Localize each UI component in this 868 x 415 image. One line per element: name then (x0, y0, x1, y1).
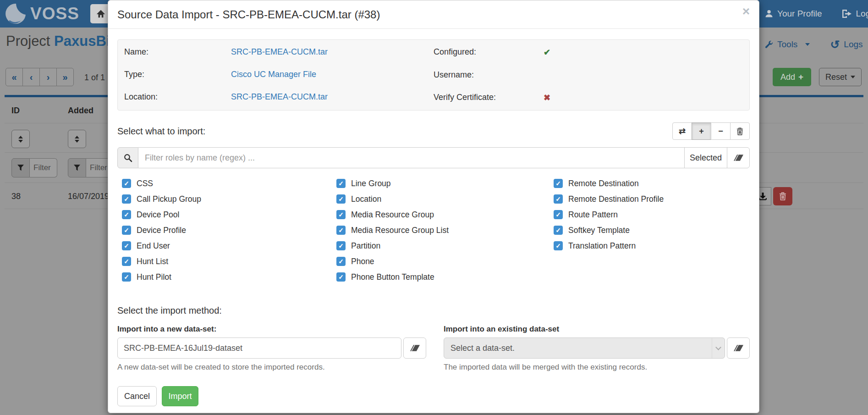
clear-selection-button[interactable] (730, 122, 750, 140)
checkbox-checked-icon[interactable] (122, 272, 131, 282)
selection-toolbar: ⇄ + − (672, 122, 750, 140)
filter-funnel-icon[interactable] (68, 158, 86, 177)
info-row-type: Type: Cisco UC Manager File (124, 70, 434, 79)
checkbox-checked-icon[interactable] (336, 226, 346, 235)
tools-menu[interactable]: Tools (764, 39, 810, 50)
checkbox-checked-icon[interactable] (336, 179, 346, 188)
close-icon[interactable]: × (742, 5, 750, 18)
type-value-link[interactable]: Cisco UC Manager File (231, 70, 316, 79)
logout-link[interactable]: Logout (841, 9, 868, 19)
checkbox-checked-icon[interactable] (122, 194, 131, 204)
your-profile-label: Your Profile (777, 9, 822, 19)
checkbox-checked-icon[interactable] (554, 226, 563, 235)
role-label: Phone (351, 257, 374, 266)
checkbox-checked-icon[interactable] (122, 241, 131, 250)
import-button[interactable]: Import (162, 386, 198, 406)
id-filter-input[interactable] (30, 158, 57, 177)
location-value-link[interactable]: SRC-PB-EMEA-CUCM.tar (231, 92, 328, 101)
role-checkbox-item[interactable]: Remote Destination Profile (554, 194, 664, 204)
role-checkbox-item[interactable]: Location (336, 194, 554, 204)
page-last-button[interactable]: » (56, 68, 74, 86)
info-row-location: Location: SRC-PB-EMEA-CUCM.tar (124, 92, 434, 102)
checkbox-checked-icon[interactable] (122, 226, 131, 235)
role-checkbox-item[interactable]: Line Group (336, 179, 554, 188)
role-checkbox-item[interactable]: CSS (122, 179, 336, 188)
checkbox-checked-icon[interactable] (554, 179, 563, 188)
reset-button[interactable]: Reset (819, 68, 862, 86)
row-added-cell: 16/07/2019 (68, 192, 109, 201)
clear-new-dataset-button[interactable] (403, 338, 426, 359)
delete-row-button[interactable] (773, 187, 792, 205)
role-label: Hunt List (137, 257, 168, 266)
role-column-2: Line Group Location Media Resource Group… (336, 179, 554, 282)
modal-title: Source Data Import - SRC-PB-EMEA-CUCM.ta… (117, 8, 750, 22)
checkbox-checked-icon[interactable] (122, 257, 131, 266)
clear-filter-button[interactable] (727, 147, 750, 168)
role-column-3: Remote Destination Remote Destination Pr… (554, 179, 664, 282)
page-prev-button[interactable]: ‹ (22, 68, 40, 86)
role-checkbox-item[interactable]: Phone Button Template (336, 272, 554, 282)
sort-id-button[interactable] (11, 130, 30, 148)
add-button[interactable]: Add + (773, 68, 811, 86)
role-label: Remote Destination (568, 179, 639, 188)
checkbox-checked-icon[interactable] (336, 257, 346, 266)
new-dataset-input[interactable] (117, 338, 401, 359)
role-label: Route Pattern (568, 210, 618, 219)
sort-desc-icon (75, 140, 79, 143)
modal-header: Source Data Import - SRC-PB-EMEA-CUCM.ta… (108, 0, 759, 29)
checkbox-checked-icon[interactable] (336, 241, 346, 250)
import-method-columns: Import into a new data-set: A new data-s… (117, 316, 750, 371)
checkbox-checked-icon[interactable] (554, 241, 563, 250)
checkbox-checked-icon[interactable] (336, 272, 346, 282)
checkbox-checked-icon[interactable] (122, 179, 131, 188)
page-first-button[interactable]: « (5, 68, 23, 86)
page-next-button[interactable]: › (39, 68, 57, 86)
role-filter-input[interactable] (138, 147, 685, 168)
eraser-icon (734, 155, 743, 161)
logs-link[interactable]: ↺ Logs (830, 39, 863, 50)
select-all-button[interactable]: + (692, 122, 711, 140)
role-checkbox-item[interactable]: Phone (336, 257, 554, 266)
cancel-button[interactable]: Cancel (117, 386, 157, 406)
checkbox-checked-icon[interactable] (554, 194, 563, 204)
existing-dataset-select[interactable]: Select a data-set. (444, 338, 725, 359)
existing-dataset-selected-value: Select a data-set. (450, 343, 515, 353)
role-checkbox-item[interactable]: Device Pool (122, 210, 336, 219)
checkbox-checked-icon[interactable] (336, 210, 346, 219)
role-checkbox-item[interactable]: Hunt Pilot (122, 272, 336, 282)
role-checkbox-item[interactable]: Translation Pattern (554, 241, 664, 250)
configured-label: Configured: (434, 47, 544, 57)
page-title: Project PaxusBi (6, 33, 110, 50)
info-row-username: Username: (434, 70, 743, 80)
toggle-selection-button[interactable]: ⇄ (672, 122, 692, 140)
role-checkbox-item[interactable]: Partition (336, 241, 554, 250)
checkbox-checked-icon[interactable] (554, 210, 563, 219)
role-label: Media Resource Group List (351, 226, 449, 235)
source-data-import-modal: Source Data Import - SRC-PB-EMEA-CUCM.ta… (108, 0, 759, 413)
checkbox-checked-icon[interactable] (122, 210, 131, 219)
role-checkbox-item[interactable]: Device Profile (122, 226, 336, 235)
selected-filter-button[interactable]: Selected (685, 147, 727, 168)
role-checkbox-item[interactable]: Route Pattern (554, 210, 664, 219)
role-label: Device Pool (137, 210, 179, 219)
checkbox-checked-icon[interactable] (336, 194, 346, 204)
role-checkbox-item[interactable]: Softkey Template (554, 226, 664, 235)
trash-icon (779, 192, 786, 200)
filter-funnel-icon[interactable] (11, 158, 30, 177)
role-checkbox-item[interactable]: Call Pickup Group (122, 194, 336, 204)
role-checkbox-item[interactable]: Media Resource Group (336, 210, 554, 219)
name-value-link[interactable]: SRC-PB-EMEA-CUCM.tar (231, 47, 328, 56)
role-checkbox-item[interactable]: Remote Destination (554, 179, 664, 188)
verify-certificate-label: Verify Certificate: (434, 93, 544, 103)
role-column-1: CSS Call Pickup Group Device Pool Device… (117, 179, 336, 282)
role-checkbox-item[interactable]: Media Resource Group List (336, 226, 554, 235)
id-filter-group (11, 158, 57, 177)
role-checkbox-item[interactable]: Hunt List (122, 257, 336, 266)
new-dataset-label: Import into a new data-set: (117, 325, 426, 333)
role-label: CSS (137, 179, 153, 188)
role-checkbox-item[interactable]: End User (122, 241, 336, 250)
clear-existing-dataset-button[interactable] (727, 338, 750, 359)
your-profile-link[interactable]: Your Profile (764, 9, 822, 19)
deselect-all-button[interactable]: − (711, 122, 731, 140)
sort-added-button[interactable] (68, 130, 86, 148)
